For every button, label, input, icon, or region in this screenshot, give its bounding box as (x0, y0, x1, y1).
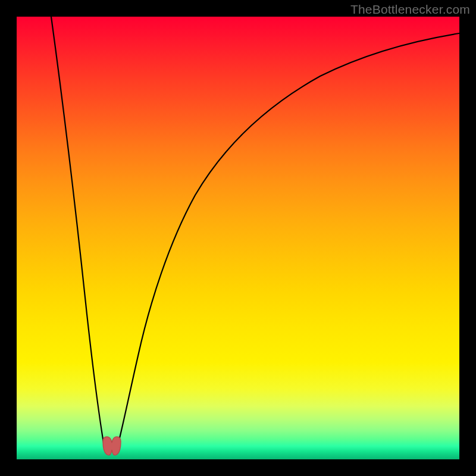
curve-right-branch (117, 33, 459, 450)
curve-left-branch (51, 17, 105, 450)
chart-svg (17, 17, 459, 459)
minimum-marker (103, 437, 121, 455)
chart-frame: TheBottlenecker.com (0, 0, 476, 476)
watermark-text: TheBottlenecker.com (350, 2, 470, 17)
plot-area (17, 17, 459, 459)
